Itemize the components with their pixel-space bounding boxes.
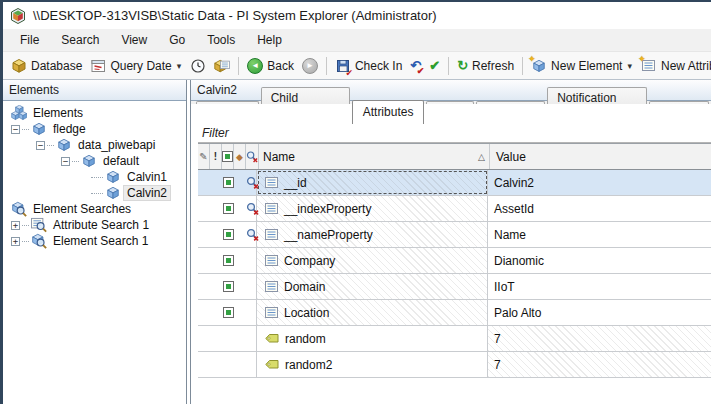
app-icon [10, 8, 26, 24]
elements-panel: Elements Elements − fledge − [3, 80, 187, 404]
config-item-icon [223, 203, 234, 214]
attribute-value[interactable]: AssetId [488, 196, 711, 221]
tree-item-label: data_piwebapi [75, 138, 158, 152]
attributes-grid: ✎ ! ◆ Name △ Value [198, 143, 711, 378]
attribute-row[interactable]: random 7 [198, 326, 711, 352]
tree-item-elements-root[interactable]: Elements [3, 105, 186, 121]
tree-item-calvin2[interactable]: Calvin2 [3, 185, 186, 201]
tag-icon [265, 359, 279, 370]
attribute-list-icon [265, 280, 278, 293]
expand-expander-icon[interactable]: + [11, 237, 20, 246]
attribute-name: __indexProperty [284, 202, 371, 216]
attribute-name: random2 [285, 358, 332, 372]
query-date-button[interactable]: Query Date ▾ [86, 55, 186, 77]
menu-search[interactable]: Search [50, 30, 110, 50]
sort-ascending-icon[interactable]: △ [478, 152, 485, 162]
collapse-expander-icon[interactable]: − [11, 125, 20, 134]
attribute-list-icon [265, 176, 278, 189]
tree-item-label: Calvin1 [124, 170, 170, 184]
back-icon: ◄ [247, 58, 263, 74]
reference-column-header[interactable]: ◆ [234, 144, 246, 169]
new-attribute-button[interactable]: ✦ New Attribute [637, 55, 711, 77]
element-tree: Elements − fledge − data_piwebapi − [3, 101, 186, 249]
attribute-row[interactable]: __id Calvin2 [198, 170, 711, 196]
attribute-row[interactable]: Company Dianomic [198, 248, 711, 274]
config-item-icon [223, 229, 234, 240]
config-item-icon [223, 281, 234, 292]
severity-column-header[interactable]: ! [210, 144, 222, 169]
element-cube-icon [56, 137, 72, 153]
tree-item-label: Element Searches [30, 202, 134, 216]
attribute-row[interactable]: Domain IIoT [198, 274, 711, 300]
query-date-dropdown-icon[interactable]: ▾ [176, 61, 183, 71]
toolbar: Database Query Date ▾ ◄ Back ► ✔ [3, 52, 711, 80]
search-exclude-icon [246, 150, 258, 163]
refresh-button[interactable]: ↻ Refresh [453, 55, 518, 76]
filter-input[interactable]: Filter [198, 124, 711, 143]
name-column-header[interactable]: Name △ [259, 144, 490, 169]
tree-item-data-piwebapi[interactable]: − data_piwebapi [3, 137, 186, 153]
tag-icon [265, 333, 279, 344]
search-exclude-column-header[interactable] [246, 144, 259, 169]
forward-icon: ► [302, 58, 318, 74]
tree-item-default[interactable]: − default [3, 153, 186, 169]
collapse-expander-icon[interactable]: − [36, 141, 45, 150]
attribute-value[interactable]: Palo Alto [488, 300, 711, 325]
attribute-row[interactable]: __indexProperty AssetId [198, 196, 711, 222]
menu-file[interactable]: File [9, 30, 50, 50]
menu-go[interactable]: Go [158, 30, 196, 50]
menu-help[interactable]: Help [246, 30, 293, 50]
value-column-header[interactable]: Value [490, 144, 711, 169]
element-search-icon [31, 233, 47, 249]
element-attributes-view-button[interactable] [210, 55, 234, 77]
attribute-value[interactable]: 7 [488, 326, 711, 351]
database-icon [11, 58, 27, 74]
collapse-expander-icon[interactable]: − [61, 157, 70, 166]
tree-item-label: Element Search 1 [50, 234, 151, 248]
attribute-viewer-panel: Calvin2 General Child Elements Attribute… [190, 80, 711, 404]
database-button[interactable]: Database [7, 55, 86, 77]
attribute-row[interactable]: __nameProperty Name [198, 222, 711, 248]
pencil-icon: ✎ [199, 151, 207, 162]
attribute-value[interactable]: Calvin2 [488, 170, 711, 195]
menu-view[interactable]: View [110, 30, 158, 50]
new-element-button[interactable]: ✦ New Element ▾ [527, 55, 637, 77]
new-element-icon: ✦ [531, 58, 547, 74]
element-cube-icon [105, 185, 121, 201]
attribute-value[interactable]: Dianomic [488, 248, 711, 273]
back-button[interactable]: ◄ Back [243, 55, 298, 77]
apply-button[interactable]: ✔ [425, 55, 444, 76]
default-attribute-column-header[interactable] [222, 144, 234, 169]
tree-item-element-search-1[interactable]: + Element Search 1 [3, 233, 186, 249]
element-cube-icon [105, 169, 121, 185]
attributes-tab-content: Filter ✎ ! ◆ Name △ Value [191, 104, 711, 404]
check-in-icon: ✔ [335, 58, 351, 74]
config-item-icon [222, 151, 233, 162]
tree-item-calvin1[interactable]: Calvin1 [3, 169, 186, 185]
new-element-dropdown-icon[interactable]: ▾ [626, 61, 633, 71]
attribute-list-icon [265, 306, 278, 319]
attribute-value[interactable]: IIoT [488, 274, 711, 299]
exclamation-icon: ! [214, 151, 217, 162]
tree-item-fledge[interactable]: − fledge [3, 121, 186, 137]
attribute-row[interactable]: Location Palo Alto [198, 300, 711, 326]
attribute-name: Company [284, 254, 335, 268]
attribute-value[interactable]: Name [488, 222, 711, 247]
forward-button[interactable]: ► [298, 55, 322, 77]
attribute-row[interactable]: random2 7 [198, 352, 711, 378]
check-in-button[interactable]: ✔ Check In [331, 55, 406, 77]
time-range-button[interactable] [186, 55, 210, 77]
new-attribute-icon: ✦ [641, 58, 657, 74]
tab-attributes[interactable]: Attributes [352, 100, 425, 124]
edit-column-header[interactable]: ✎ [198, 144, 210, 169]
tree-item-attribute-search-1[interactable]: + Attribute Search 1 [3, 217, 186, 233]
element-cube-icon [81, 153, 97, 169]
menu-bar: File Search View Go Tools Help [3, 29, 711, 52]
tree-item-element-searches[interactable]: Element Searches [3, 201, 186, 217]
attribute-name: __id [284, 176, 307, 190]
undo-checkout-button[interactable]: ↶✔ [406, 55, 425, 76]
tree-item-label: Attribute Search 1 [50, 218, 152, 232]
expand-expander-icon[interactable]: + [11, 221, 20, 230]
attribute-value[interactable]: 7 [488, 352, 711, 377]
menu-tools[interactable]: Tools [196, 30, 246, 50]
